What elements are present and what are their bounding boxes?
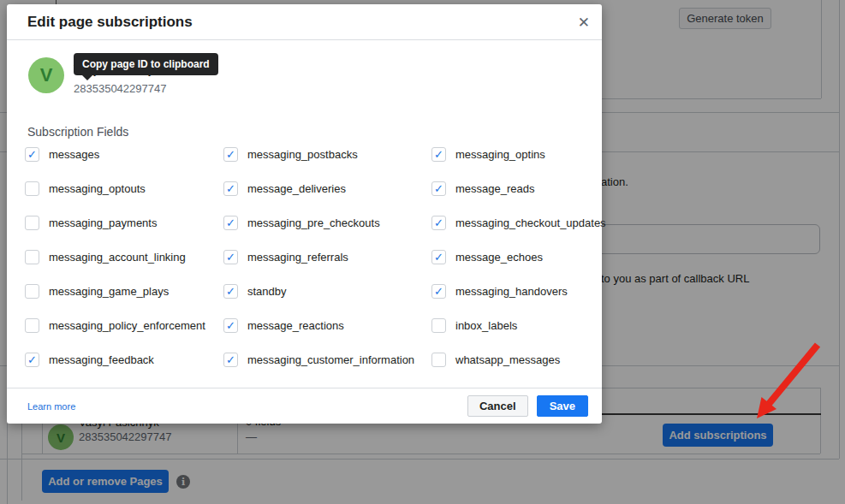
field-label: messaging_referrals [247, 251, 348, 264]
checked-checkbox-messaging_pre_checkouts[interactable]: ✓ [223, 216, 238, 230]
checked-checkbox-message_reactions[interactable]: ✓ [223, 318, 238, 333]
field-row-messages: ✓messages [25, 145, 99, 163]
field-row-messaging_optins: ✓messaging_optins [431, 145, 545, 163]
field-label: messaging_pre_checkouts [247, 216, 380, 229]
field-label: messaging_checkout_updates [455, 216, 606, 229]
field-label: messaging_feedback [49, 353, 154, 366]
checked-checkbox-messaging_optins[interactable]: ✓ [431, 147, 446, 162]
field-row-messaging_pre_checkouts: ✓messaging_pre_checkouts [223, 214, 380, 231]
subscription-fields-label: Subscription Fields [27, 125, 128, 139]
field-label: messaging_handovers [455, 285, 568, 298]
page-avatar: V [28, 57, 64, 93]
field-row-inbox_labels: inbox_labels [431, 317, 517, 334]
field-row-messaging_handovers: ✓messaging_handovers [431, 282, 568, 299]
checked-checkbox-message_reads[interactable]: ✓ [431, 181, 446, 196]
field-label: messaging_postbacks [247, 148, 358, 161]
field-row-messaging_feedback: ✓messaging_feedback [25, 351, 154, 368]
field-row-messaging_postbacks: ✓messaging_postbacks [223, 145, 358, 163]
checked-checkbox-messaging_postbacks[interactable]: ✓ [223, 147, 238, 162]
field-label: message_reactions [247, 319, 344, 332]
unchecked-checkbox-whatsapp_messages[interactable] [431, 353, 446, 367]
field-row-messaging_customer_information: ✓messaging_customer_information [223, 351, 414, 368]
checked-checkbox-message_echoes[interactable]: ✓ [431, 250, 446, 264]
dialog-title: Edit page subscriptions [27, 14, 193, 31]
field-label: message_echoes [455, 251, 543, 264]
learn-more-link[interactable]: Learn more [27, 401, 75, 412]
checked-checkbox-messaging_handovers[interactable]: ✓ [431, 284, 446, 299]
unchecked-checkbox-messaging_payments[interactable] [25, 216, 39, 230]
field-row-messaging_payments: messaging_payments [25, 214, 157, 231]
checked-checkbox-messaging_feedback[interactable]: ✓ [25, 353, 39, 367]
field-row-messaging_referrals: ✓messaging_referrals [223, 248, 348, 265]
field-label: whatsapp_messages [455, 353, 560, 366]
field-label: inbox_labels [455, 319, 517, 332]
unchecked-checkbox-messaging_account_linking[interactable] [25, 250, 39, 264]
checked-checkbox-message_deliveries[interactable]: ✓ [223, 181, 238, 196]
edit-page-subscriptions-dialog: Edit page subscriptions ✕ V Vasyl Pasich… [7, 4, 602, 424]
checked-checkbox-messaging_checkout_updates[interactable]: ✓ [431, 216, 446, 230]
field-row-message_deliveries: ✓message_deliveries [223, 180, 346, 197]
field-label: messaging_customer_information [247, 353, 414, 366]
field-row-message_echoes: ✓message_echoes [431, 248, 543, 265]
checked-checkbox-messages[interactable]: ✓ [25, 147, 39, 162]
unchecked-checkbox-messaging_optouts[interactable] [25, 181, 39, 196]
field-row-message_reads: ✓message_reads [431, 180, 535, 197]
copy-page-id-tooltip: Copy page ID to clipboard [74, 53, 218, 75]
dialog-footer: Learn more Cancel Save [7, 388, 602, 424]
field-label: message_deliveries [247, 182, 346, 195]
cancel-button[interactable]: Cancel [467, 395, 528, 417]
field-row-messaging_checkout_updates: ✓messaging_checkout_updates [431, 214, 606, 231]
field-row-whatsapp_messages: whatsapp_messages [431, 351, 560, 368]
field-row-messaging_optouts: messaging_optouts [25, 180, 146, 197]
unchecked-checkbox-messaging_game_plays[interactable] [25, 284, 39, 299]
field-label: messaging_optouts [49, 182, 146, 195]
field-row-messaging_policy_enforcement: messaging_policy_enforcement [25, 317, 205, 334]
checked-checkbox-messaging_referrals[interactable]: ✓ [223, 250, 238, 264]
dialog-header: Edit page subscriptions ✕ [7, 4, 602, 40]
field-row-messaging_game_plays: messaging_game_plays [25, 282, 169, 299]
field-label: messaging_optins [455, 148, 545, 161]
field-label: message_reads [455, 182, 535, 195]
field-label: standby [247, 285, 287, 298]
page-id[interactable]: 283535042297747 [74, 82, 166, 95]
screen: Generate token ation. to you as part of … [0, 0, 845, 504]
unchecked-checkbox-messaging_policy_enforcement[interactable] [25, 318, 39, 333]
field-label: messaging_policy_enforcement [49, 319, 205, 332]
checked-checkbox-standby[interactable]: ✓ [223, 284, 238, 299]
field-label: messaging_account_linking [49, 251, 186, 264]
unchecked-checkbox-inbox_labels[interactable] [431, 318, 446, 333]
field-row-messaging_account_linking: messaging_account_linking [25, 248, 186, 265]
checked-checkbox-messaging_customer_information[interactable]: ✓ [223, 353, 238, 367]
field-label: messaging_game_plays [49, 285, 169, 298]
field-label: messages [49, 148, 99, 161]
close-icon[interactable]: ✕ [578, 4, 590, 40]
field-row-message_reactions: ✓message_reactions [223, 317, 344, 334]
field-row-standby: ✓standby [223, 282, 287, 299]
field-label: messaging_payments [49, 216, 157, 229]
save-button[interactable]: Save [537, 395, 588, 417]
